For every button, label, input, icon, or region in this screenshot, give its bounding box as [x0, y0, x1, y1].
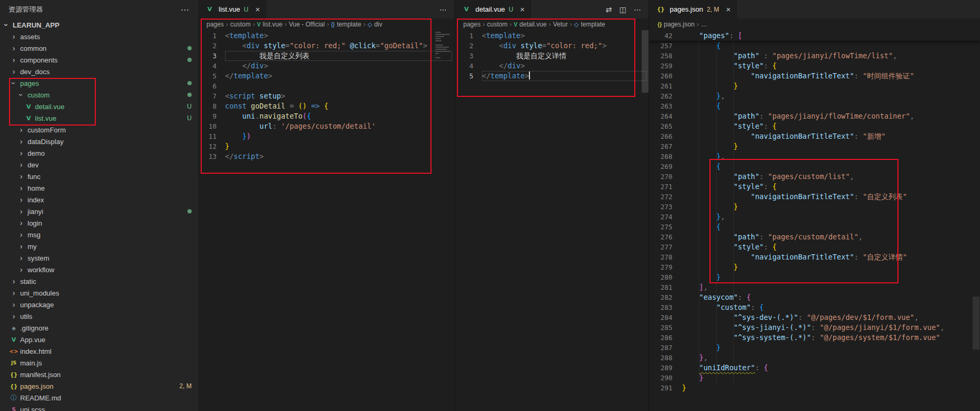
code-line-13[interactable]: 13</script>: [198, 151, 454, 162]
tree-folder-dev[interactable]: ›dev: [0, 159, 198, 171]
breadcrumb-item-template[interactable]: {}template: [331, 21, 361, 28]
code-line-263[interactable]: 263 {: [649, 101, 980, 111]
tree-folder-static[interactable]: ›static: [0, 275, 198, 287]
tree-folder-workflow[interactable]: ›workflow: [0, 264, 198, 275]
code-line-280[interactable]: 280 }: [649, 272, 980, 282]
code-line-5[interactable]: 5</template>: [455, 71, 649, 81]
code-line-275[interactable]: 275 {: [649, 222, 980, 232]
tree-folder-my[interactable]: ›my: [0, 240, 198, 252]
breadcrumb-item-custom[interactable]: custom: [487, 21, 508, 28]
code-line-3[interactable]: 3 我是自定义列表: [198, 51, 454, 61]
tree-folder-utils[interactable]: ›utils: [0, 310, 198, 322]
more-actions-icon[interactable]: ⋯: [181, 5, 190, 15]
code-line-282[interactable]: 282 "easycom": {: [649, 292, 980, 302]
tree-file-detail.vue[interactable]: Vdetail.vueU: [0, 101, 198, 112]
code-line-288[interactable]: 288 },: [649, 353, 980, 363]
tree-file-.gitignore[interactable]: ◆.gitignore: [0, 322, 198, 334]
code-line-274[interactable]: 274 },: [649, 212, 980, 222]
code-line-257[interactable]: 257 {: [649, 41, 980, 51]
code-line-273[interactable]: 273 }: [649, 202, 980, 212]
code-line-262[interactable]: 262 },: [649, 91, 980, 101]
tree-folder-dev_docs[interactable]: ›dev_docs: [0, 66, 198, 77]
code-line-259[interactable]: 259 "style": {: [649, 61, 980, 71]
tree-file-pages.json[interactable]: {}pages.json2, M: [0, 380, 198, 392]
tree-folder-components[interactable]: ›components: [0, 54, 198, 66]
tree-folder-uni_modules[interactable]: ›uni_modules: [0, 287, 198, 299]
code-line-4[interactable]: 4 </div>: [455, 61, 649, 71]
tree-folder-customForm[interactable]: ›customForm: [0, 124, 198, 136]
sticky-scroll-line[interactable]: 42 "pages": [: [649, 31, 980, 41]
breadcrumb-item-div[interactable]: ◇div: [367, 21, 382, 28]
code-line-2[interactable]: 2 <div style="color: red;" @click="goDet…: [198, 41, 454, 51]
tree-folder-demo[interactable]: ›demo: [0, 147, 198, 159]
breadcrumb-item-list.vue[interactable]: Vlist.vue: [257, 21, 282, 28]
tree-file-README.md[interactable]: ⓘREADME.md: [0, 392, 198, 404]
tree-file-App.vue[interactable]: VApp.vue: [0, 334, 198, 345]
code-line-4[interactable]: 4 </div>: [198, 61, 454, 71]
breadcrumb-item-detail.vue[interactable]: Vdetail.vue: [514, 21, 546, 28]
code-line-2[interactable]: 2 <div style="color: red;">: [455, 41, 649, 51]
code-line-268[interactable]: 268 },: [649, 151, 980, 162]
tree-folder-custom[interactable]: ›custom: [0, 89, 198, 101]
code-editor-list-vue[interactable]: 1<template>2 <div style="color: red;" @c…: [198, 31, 454, 411]
code-line-7[interactable]: 7<script setup>: [198, 91, 454, 101]
tree-folder-home[interactable]: ›home: [0, 182, 198, 194]
tree-folder-pages[interactable]: ›pages: [0, 77, 198, 89]
minimap[interactable]: [435, 32, 451, 59]
breadcrumb-item-pages.json[interactable]: {}pages.json: [658, 21, 695, 28]
code-line-42[interactable]: 42 "pages": [: [649, 31, 980, 41]
code-line-271[interactable]: 271 "style": {: [649, 182, 980, 192]
breadcrumb-item-pages[interactable]: pages: [463, 21, 481, 28]
code-line-9[interactable]: 9 uni.navigateTo({: [198, 111, 454, 121]
code-line-5[interactable]: 5</template>: [198, 71, 454, 81]
code-line-269[interactable]: 269 {: [649, 162, 980, 172]
tree-folder-login[interactable]: ›login: [0, 217, 198, 229]
code-line-270[interactable]: 270 "path": "pages/custom/list",: [649, 172, 980, 182]
code-editor-detail-vue[interactable]: 1<template>2 <div style="color: red;">3 …: [455, 31, 649, 411]
code-line-6[interactable]: 6: [198, 81, 454, 91]
tree-folder-common[interactable]: ›common: [0, 42, 198, 54]
code-line-10[interactable]: 10 url: '/pages/custom/detail': [198, 121, 454, 131]
code-line-289[interactable]: 289 "uniIdRouter": {: [649, 363, 980, 373]
tree-file-uni.scss[interactable]: Suni.scss: [0, 404, 198, 411]
scrollbar-thumb[interactable]: [642, 30, 649, 93]
split-editor-icon[interactable]: ◫: [619, 5, 626, 14]
code-line-285[interactable]: 285 "^sys-jianyi-(.*)": "@/pages/jianyi/…: [649, 323, 980, 333]
close-icon[interactable]: ×: [520, 5, 525, 14]
code-line-281[interactable]: 281 ],: [649, 282, 980, 292]
code-line-279[interactable]: 279 }: [649, 262, 980, 272]
code-line-276[interactable]: 276 "path": "pages/custom/detail",: [649, 232, 980, 242]
breadcrumb-item-template[interactable]: ◇template: [574, 21, 605, 28]
code-line-284[interactable]: 284 "^sys-dev-(.*)": "@/pages/dev/$1/for…: [649, 312, 980, 323]
code-line-264[interactable]: 264 "path": "pages/jianyi/flowTime/conta…: [649, 111, 980, 121]
tree-folder-index[interactable]: ›index: [0, 194, 198, 206]
close-icon[interactable]: ×: [255, 5, 260, 14]
code-line-287[interactable]: 287 }: [649, 343, 980, 353]
code-line-8[interactable]: 8const goDetail = () => {: [198, 101, 454, 111]
tree-folder-dataDisplay[interactable]: ›dataDisplay: [0, 136, 198, 147]
code-line-283[interactable]: 283 "custom": {: [649, 302, 980, 312]
tree-file-main.js[interactable]: JSmain.js: [0, 357, 198, 369]
code-line-11[interactable]: 11 }): [198, 131, 454, 141]
code-line-12[interactable]: 12}: [198, 141, 454, 151]
tree-root-learun-app[interactable]: › LEARUN_APP: [0, 19, 198, 31]
code-line-266[interactable]: 266 "navigationBarTitleText": "新增": [649, 131, 980, 141]
code-line-267[interactable]: 267 }: [649, 141, 980, 151]
tree-file-index.html[interactable]: <>index.html: [0, 345, 198, 357]
tab-list-vue[interactable]: V list.vue U ×: [198, 0, 267, 19]
more-actions-icon[interactable]: ⋯: [439, 5, 447, 14]
code-line-1[interactable]: 1<template>: [455, 31, 649, 41]
code-line-278[interactable]: 278 "navigationBarTitleText": "自定义详情": [649, 252, 980, 262]
code-line-3[interactable]: 3 我是自定义详情: [455, 51, 649, 61]
tree-folder-unpackage[interactable]: ›unpackage: [0, 299, 198, 310]
tree-file-manifest.json[interactable]: {}manifest.json: [0, 369, 198, 380]
code-line-265[interactable]: 265 "style": {: [649, 121, 980, 131]
scrollbar-thumb[interactable]: [973, 297, 979, 350]
code-editor-pages-json[interactable]: 42 "pages": [257 {258 "path" : "pages/ji…: [649, 31, 980, 411]
code-line-260[interactable]: 260 "navigationBarTitleText": "时间组件验证": [649, 71, 980, 81]
tree-folder-jianyi[interactable]: ›jianyi: [0, 206, 198, 217]
code-line-1[interactable]: 1<template>: [198, 31, 454, 41]
code-line-291[interactable]: 291}: [649, 383, 980, 393]
breadcrumb-item--[interactable]: …: [701, 21, 707, 28]
code-line-272[interactable]: 272 "navigationBarTitleText": "自定义列表": [649, 192, 980, 202]
